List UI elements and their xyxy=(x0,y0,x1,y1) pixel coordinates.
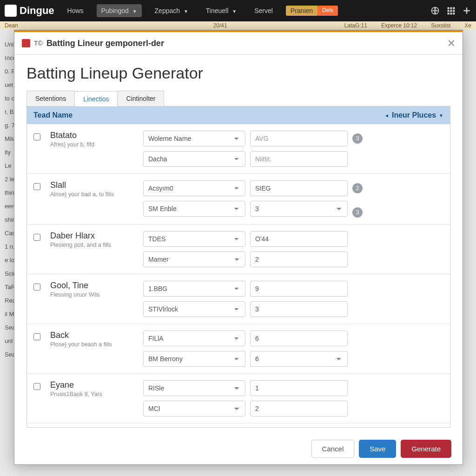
secbar-left-1: 20/41 xyxy=(213,22,227,29)
svg-rect-5 xyxy=(450,10,452,12)
player-select-1[interactable]: Woleme Name xyxy=(143,131,245,146)
badge-column: 23 xyxy=(352,180,374,218)
player-desc: Flessing uruor Wils xyxy=(50,291,139,298)
globe-icon[interactable] xyxy=(430,6,440,15)
player-rows-container: BtatatoAfres} your b, fifdWoleme NameDac… xyxy=(27,124,450,428)
nav-pill[interactable]: Pranien Dels xyxy=(286,6,338,16)
svg-rect-9 xyxy=(453,13,455,14)
nav-item-4[interactable]: Servel xyxy=(250,4,278,17)
badge-column: 3 xyxy=(352,131,374,144)
logo-text: Dingue xyxy=(20,5,54,17)
panel-header-left: Tead Name xyxy=(33,111,73,119)
tab-bar: Setentions Linectios Cintinolter xyxy=(26,91,450,106)
player-name: Eyane xyxy=(50,380,139,390)
player-name: Btatato xyxy=(50,131,139,140)
player-select-1[interactable]: RISle xyxy=(143,380,245,396)
player-desc: Plesieng polt, and a fills xyxy=(50,242,139,248)
nav-item-3[interactable]: Tineuell ▼ xyxy=(201,4,241,17)
player-name: Gool, Tine xyxy=(50,281,139,291)
player-input-1[interactable] xyxy=(250,131,348,146)
player-select-2[interactable]: MCI xyxy=(143,401,245,416)
secbar-right-0: LataG:11 xyxy=(344,22,367,29)
top-nav: Dingue Hows Pubingod ▼ Zeppach ▼ Tineuel… xyxy=(0,0,476,21)
pill-right: Dels xyxy=(317,6,338,16)
player-input-2[interactable] xyxy=(250,151,348,167)
nav-item-0[interactable]: Hows xyxy=(63,4,88,17)
save-button[interactable]: Save xyxy=(359,440,396,458)
cancel-button[interactable]: Cancel xyxy=(311,440,355,458)
player-row: EyanePrusis1Baok 8, YarsRISleMCI xyxy=(27,374,450,423)
modal-body: Batting Lineup Generator Setentions Line… xyxy=(14,55,463,433)
nav-item-2-label: Zeppach xyxy=(155,7,180,14)
player-input-1[interactable] xyxy=(250,380,348,396)
generate-button[interactable]: Generate xyxy=(401,440,451,458)
nav-item-2[interactable]: Zeppach ▼ xyxy=(150,4,193,17)
player-name: Daber Hlarx xyxy=(50,231,139,241)
player-name: Back xyxy=(50,331,139,340)
count-badge: 3 xyxy=(352,133,363,144)
player-select-2[interactable]: STIVlrlock xyxy=(143,301,245,317)
player-checkbox[interactable] xyxy=(33,333,40,340)
svg-rect-2 xyxy=(450,7,452,9)
secbar-right-1: Experce 10:12 xyxy=(381,22,417,29)
chevron-down-icon: ▼ xyxy=(132,9,137,14)
player-checkbox[interactable] xyxy=(33,234,40,241)
player-row: Gool, TineFlessing uruor Wils1.BBGSTIVlr… xyxy=(27,274,450,324)
tab-linectios[interactable]: Linectios xyxy=(74,91,118,106)
modal-title-small: Batting Lineur gemponerl-der xyxy=(46,39,164,48)
player-select-2[interactable]: Mamer xyxy=(143,251,245,267)
modal-footer: Cancel Save Generate xyxy=(14,433,463,464)
logo-icon xyxy=(5,5,17,17)
grid-icon[interactable] xyxy=(446,6,456,15)
count-badge: 3 xyxy=(352,207,363,218)
player-input-2[interactable] xyxy=(250,401,348,416)
player-select-1[interactable]: Acsyım0 xyxy=(143,180,245,196)
player-input-2[interactable]: 3 xyxy=(250,201,348,217)
player-row: Daber HlarxPlesieng polt, and a fillsTDE… xyxy=(27,225,450,274)
player-name: Slall xyxy=(50,180,139,190)
secbar-right-3: Xe xyxy=(464,22,471,29)
player-input-2[interactable] xyxy=(250,301,348,317)
player-select-2[interactable]: SM Enble xyxy=(143,201,245,217)
chevron-down-icon: ▼ xyxy=(439,113,443,118)
panel-header: Tead Name ◄ Ineur Pluces ▼ xyxy=(27,106,450,124)
count-badge: 2 xyxy=(352,183,363,193)
close-icon[interactable]: × xyxy=(448,37,455,50)
player-checkbox[interactable] xyxy=(33,284,40,291)
player-row: BtatatoAfres} your b, fifdWoleme NameDac… xyxy=(27,124,450,174)
player-checkbox[interactable] xyxy=(33,133,40,140)
player-checkbox[interactable] xyxy=(33,183,40,190)
player-checkbox[interactable] xyxy=(33,383,40,390)
chevron-left-icon: ◄ xyxy=(384,113,389,118)
nav-item-1[interactable]: Pubingod ▼ xyxy=(97,4,142,17)
tab-cintinolter[interactable]: Cintinolter xyxy=(117,91,164,106)
chevron-down-icon: ▼ xyxy=(184,9,188,14)
panel-header-right-group[interactable]: ◄ Ineur Pluces ▼ xyxy=(384,111,443,119)
player-select-1[interactable]: TDES xyxy=(143,231,245,247)
panel-header-right: Ineur Pluces xyxy=(392,111,436,119)
player-input-1[interactable] xyxy=(250,331,348,346)
player-desc: Afres} your b, fifd xyxy=(50,141,139,148)
player-select-1[interactable]: 1.BBG xyxy=(143,281,245,297)
svg-rect-4 xyxy=(448,10,450,12)
secondary-bar: Dean 20/41 LataG:11 Experce 10:12 Suxsti… xyxy=(0,21,476,30)
chevron-down-icon: ▼ xyxy=(232,9,237,14)
tab-setentions[interactable]: Setentions xyxy=(26,91,75,106)
svg-rect-8 xyxy=(450,13,452,14)
player-select-2[interactable]: BM Berrony xyxy=(143,351,245,367)
pill-left: Pranien xyxy=(286,6,317,16)
player-input-1[interactable] xyxy=(250,281,348,297)
player-input-2[interactable] xyxy=(250,251,348,267)
plus-icon[interactable] xyxy=(462,6,471,15)
svg-rect-1 xyxy=(448,7,450,9)
player-select-1[interactable]: FILlA xyxy=(143,331,245,346)
player-row: SlallAlnse} your bad a, to fillsAcsyım0S… xyxy=(27,174,450,225)
player-input-1[interactable] xyxy=(250,231,348,247)
title-prefix: T© xyxy=(34,40,43,47)
svg-rect-6 xyxy=(453,10,455,12)
nav-item-1-label: Pubingod xyxy=(101,7,129,14)
player-input-1[interactable] xyxy=(250,180,348,196)
player-select-2[interactable]: Dacha xyxy=(143,151,245,167)
player-input-2[interactable]: 6 xyxy=(250,351,348,367)
app-logo[interactable]: Dingue xyxy=(5,5,54,17)
